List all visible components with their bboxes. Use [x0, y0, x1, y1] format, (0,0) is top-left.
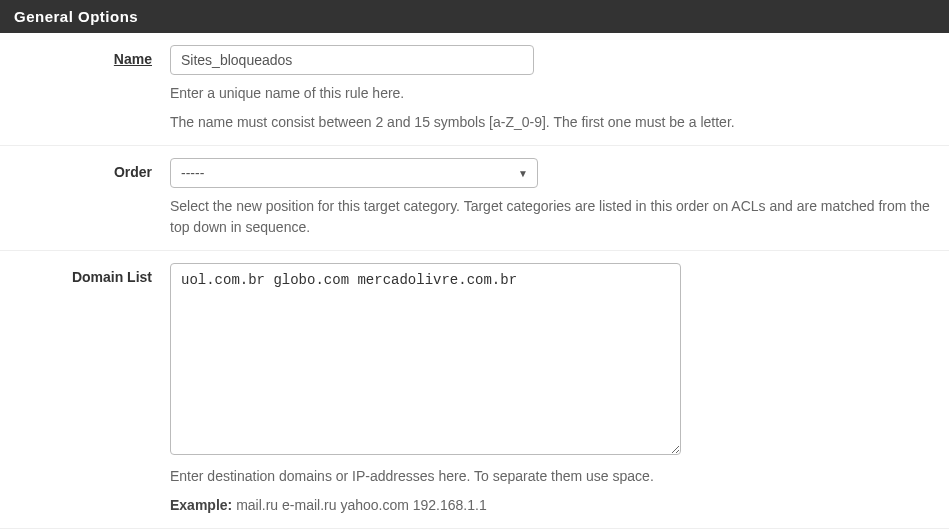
name-help-1: Enter a unique name of this rule here.: [170, 83, 931, 104]
label-domain-list: Domain List: [0, 263, 170, 516]
label-order: Order: [0, 158, 170, 238]
domain-list-help: Enter destination domains or IP-addresse…: [170, 466, 931, 487]
name-help-2: The name must consist between 2 and 15 s…: [170, 112, 931, 133]
order-select[interactable]: -----: [170, 158, 538, 188]
order-help: Select the new position for this target …: [170, 196, 931, 238]
name-input[interactable]: [170, 45, 534, 75]
section-header: General Options: [0, 0, 949, 33]
domain-list-example: Example: mail.ru e-mail.ru yahoo.com 192…: [170, 495, 931, 516]
row-name: Name Enter a unique name of this rule he…: [0, 33, 949, 146]
label-name: Name: [0, 45, 170, 133]
domain-list-textarea[interactable]: uol.com.br globo.com mercadolivre.com.br: [170, 263, 681, 455]
row-domain-list: Domain List uol.com.br globo.com mercado…: [0, 251, 949, 529]
row-order: Order ----- ▼ Select the new position fo…: [0, 146, 949, 251]
section-title: General Options: [14, 8, 138, 25]
